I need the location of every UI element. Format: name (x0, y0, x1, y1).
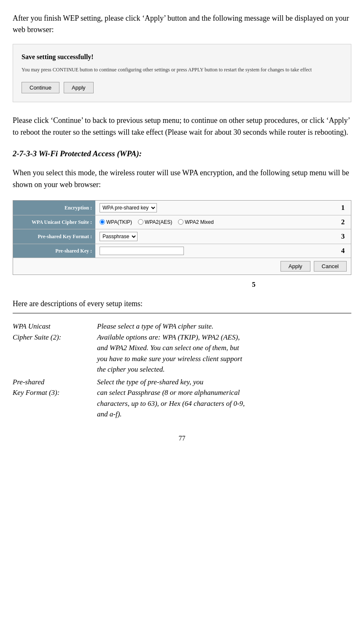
wpa-form-wrapper: Encryption : WPA pre-shared key 1 WPA Un… (13, 200, 351, 275)
form-button-row: Apply Cancel (13, 258, 351, 275)
desc-row-1: WPA UnicastCipher Suite (2): Please sele… (13, 320, 351, 376)
cancel-wpa-button[interactable]: Cancel (314, 261, 347, 272)
desc-row-2: Pre-sharedKey Format (3): Select the typ… (13, 376, 351, 421)
preshared-key-input[interactable] (100, 247, 184, 255)
save-subtitle: You may press CONTINUE button to continu… (22, 66, 342, 73)
para2: Please click ‘Continue’ to back to previ… (13, 115, 351, 139)
page-number: 77 (13, 433, 351, 443)
desc-def-1: Please select a type of WPA cipher suite… (97, 320, 351, 376)
aes-option[interactable]: WPA2(AES) (138, 218, 172, 226)
encryption-ctrl: WPA pre-shared key (95, 201, 339, 215)
section-heading: 2-7-3-3 Wi-Fi Protected Access (WPA): (13, 148, 351, 160)
row-number-2: 2 (339, 215, 351, 229)
save-title: Save setting successfully! (22, 52, 342, 62)
cipher-suite-label: WPA Unicast Cipher Suite : (13, 215, 95, 229)
row-number-4: 4 (339, 244, 351, 258)
para3: When you select this mode, the wireless … (13, 167, 351, 191)
preshared-key-row: Pre-shared Key : 4 (13, 244, 351, 258)
apply-wpa-button[interactable]: Apply (280, 261, 310, 272)
mixed-option[interactable]: WPA2 Mixed (178, 218, 213, 226)
cipher-suite-ctrl: WPA(TKIP) WPA2(AES) WPA2 Mixed (95, 215, 339, 229)
key-format-row: Pre-shared Key Format : Passphrase 3 (13, 229, 351, 244)
apply-button-small[interactable]: Apply (64, 82, 94, 93)
encryption-select[interactable]: WPA pre-shared key (100, 203, 157, 212)
save-message-box: Save setting successfully! You may press… (13, 44, 351, 102)
encryption-label: Encryption : (13, 201, 95, 215)
preshared-key-ctrl (95, 244, 339, 258)
aes-radio[interactable] (138, 219, 143, 225)
key-format-select[interactable]: Passphrase (100, 232, 138, 241)
preshared-key-label: Pre-shared Key : (13, 244, 95, 258)
row-number-3: 3 (339, 229, 351, 244)
desc-def-2: Select the type of pre-shared key, youca… (97, 376, 351, 421)
cipher-suite-row: WPA Unicast Cipher Suite : WPA(TKIP) WPA… (13, 215, 351, 229)
key-format-label: Pre-shared Key Format : (13, 229, 95, 244)
descriptions-divider (13, 313, 351, 313)
row-number-5: 5 (13, 279, 351, 290)
tkip-option[interactable]: WPA(TKIP) (100, 218, 132, 226)
wpa-form: Encryption : WPA pre-shared key 1 WPA Un… (13, 200, 351, 275)
row-number-1: 1 (339, 201, 351, 215)
mixed-radio[interactable] (178, 219, 183, 225)
descriptions-intro: Here are descriptions of every setup ite… (13, 298, 351, 310)
desc-term-1: WPA UnicastCipher Suite (2): (13, 320, 97, 376)
continue-button[interactable]: Continue (22, 82, 59, 93)
encryption-row: Encryption : WPA pre-shared key 1 (13, 201, 351, 215)
key-format-ctrl: Passphrase (95, 229, 339, 244)
descriptions-table: WPA UnicastCipher Suite (2): Please sele… (13, 320, 351, 421)
tkip-radio[interactable] (100, 219, 105, 225)
desc-term-2: Pre-sharedKey Format (3): (13, 376, 97, 421)
intro-text: After you finish WEP setting, please cli… (13, 13, 351, 35)
